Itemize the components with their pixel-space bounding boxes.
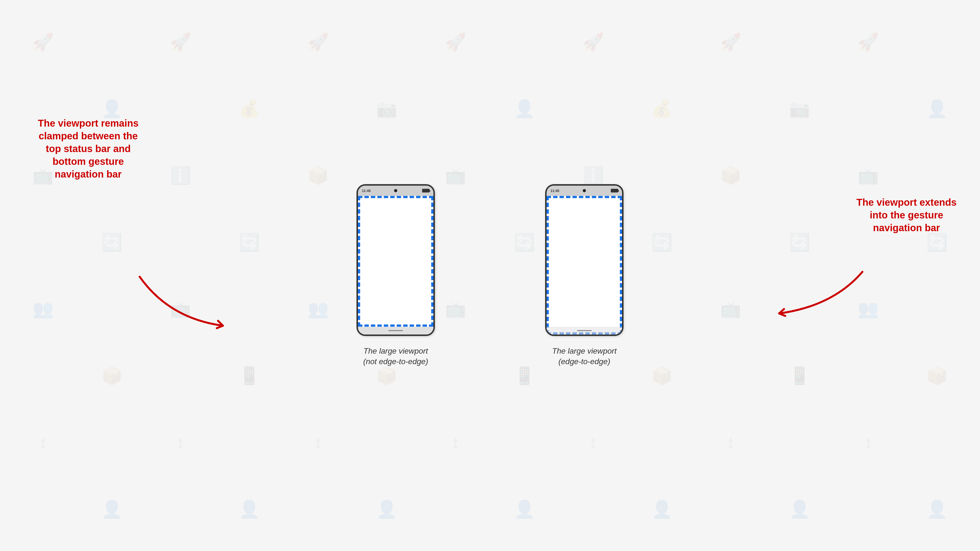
right-arrow: [764, 262, 875, 330]
phone-wrapper-left: 11:45 The large viewport (not edge-to-ed…: [356, 184, 435, 367]
status-bar-right: 11:45: [547, 186, 622, 196]
caption-line1-right: The large viewport: [552, 346, 616, 355]
battery-right: [611, 189, 618, 192]
gesture-handle-right: [577, 330, 592, 331]
battery-left: [422, 189, 430, 192]
right-annotation-text: The viewport extends into the gesture na…: [853, 196, 960, 234]
caption-right: The large viewport (edge-to-edge): [552, 346, 616, 367]
caption-left: The large viewport (not edge-to-edge): [363, 346, 428, 367]
status-bar-left: 11:45: [358, 186, 433, 196]
gesture-handle-left: [388, 330, 403, 331]
phone-frame-right: 11:45: [545, 184, 624, 336]
gesture-bar-left: [358, 327, 433, 335]
camera-left: [394, 189, 398, 192]
phone-wrapper-right: 11:45 The large viewport (edge-to-edge): [545, 184, 624, 367]
time-right: 11:45: [550, 189, 559, 193]
time-left: 11:45: [362, 189, 371, 193]
gesture-bar-right: [547, 327, 622, 335]
phone-body-right: [547, 196, 622, 335]
caption-line2-left: (not edge-to-edge): [363, 357, 428, 366]
caption-line1-left: The large viewport: [363, 346, 428, 355]
phone-body-left: [358, 196, 433, 327]
camera-right: [583, 189, 586, 192]
caption-line2-right: (edge-to-edge): [558, 357, 610, 366]
phone-frame-left: 11:45: [356, 184, 435, 336]
right-annotation: The viewport extends into the gesture na…: [853, 196, 960, 234]
